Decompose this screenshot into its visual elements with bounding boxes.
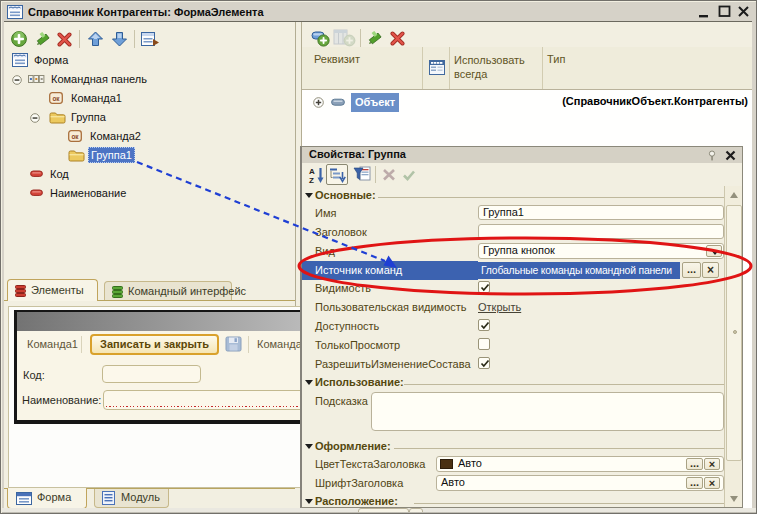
sort-az-icon[interactable]: A Z	[308, 166, 324, 184]
clear-button[interactable]: ×	[702, 262, 719, 278]
otkryt-link[interactable]: Открыть	[478, 301, 521, 313]
pin-icon[interactable]	[708, 150, 716, 161]
tab-label: Форма	[37, 491, 71, 503]
property-combo-vid[interactable]: Группа кнопок	[478, 243, 724, 259]
toolbar-separator	[375, 166, 376, 183]
checkbox-vidimost[interactable]	[478, 281, 490, 293]
category-rule	[378, 197, 724, 198]
categories-button-pressed[interactable]	[326, 164, 348, 185]
checkbox-dostupnost[interactable]	[478, 319, 490, 331]
combo-value: Группа кнопок	[483, 244, 555, 256]
tree-row-naimenovanie[interactable]: Наименование	[4, 184, 295, 203]
clear-x-icon: ×	[709, 458, 715, 470]
ellipsis-button[interactable]: ...	[682, 262, 701, 278]
ellipsis-button[interactable]: ...	[686, 458, 703, 470]
tree-row-komanda1[interactable]: ок Команда1	[4, 89, 295, 108]
add-icon[interactable]	[11, 31, 27, 47]
tree-row-gruppa[interactable]: Группа	[4, 108, 295, 127]
clear-button[interactable]: ×	[704, 458, 720, 470]
folder-icon	[49, 110, 66, 124]
category-raspolozhenie[interactable]: Расположение:	[302, 493, 724, 508]
category-ispolzovanie[interactable]: Использование:	[302, 374, 724, 392]
categories-icon	[329, 167, 346, 184]
property-label-imya: Имя	[315, 207, 336, 219]
attribute-name[interactable]: Объект	[351, 93, 399, 112]
svg-text:Z: Z	[309, 176, 314, 185]
preview-command1-button[interactable]: Команда1	[27, 338, 78, 350]
folder-icon	[68, 148, 85, 162]
delete-icon[interactable]	[390, 31, 405, 46]
scroll-down-icon[interactable]	[730, 496, 738, 502]
expand-icon[interactable]	[313, 97, 324, 108]
tab-forma[interactable]: Форма	[7, 488, 87, 509]
ellipsis-button[interactable]: ...	[686, 477, 703, 489]
preview-code-input[interactable]	[102, 365, 201, 383]
combo-dropdown-button[interactable]	[706, 245, 722, 257]
property-row-istochnik-selected[interactable]: Источник команд	[302, 261, 478, 280]
panel-splitter[interactable]	[295, 22, 296, 306]
property-input-shrift[interactable]: Авто ... ×	[436, 475, 724, 491]
tree-label: Группа	[71, 109, 106, 125]
close-icon[interactable]	[725, 150, 736, 161]
add-table-section-icon	[333, 29, 356, 47]
move-up-icon[interactable]	[87, 31, 104, 47]
tab-modul[interactable]: Модуль	[94, 488, 169, 508]
check-form-icon[interactable]	[141, 31, 160, 47]
tree-selected-item[interactable]: Группа1	[88, 147, 135, 163]
properties-palette: Свойства: Группа A Z	[300, 146, 743, 508]
category-label: Оформление:	[315, 440, 391, 452]
tab-label: Модуль	[121, 491, 160, 503]
tree-row-gruppa1[interactable]: Группа1	[4, 146, 295, 165]
scroll-thumb[interactable]	[726, 205, 742, 461]
apply-check-icon	[402, 169, 416, 181]
tree-row-forma[interactable]: Форма	[4, 51, 295, 70]
property-value-istochnik[interactable]: Глобальные команды командной панели	[478, 262, 680, 279]
edit-pencil-icon[interactable]	[35, 32, 50, 47]
move-down-icon[interactable]	[111, 31, 128, 47]
checkbox-tolkoprosmotr[interactable]	[478, 338, 490, 350]
column-header-tip[interactable]: Тип	[547, 53, 565, 65]
column-header-rekvizit[interactable]: Реквизит	[314, 53, 360, 65]
category-oformlenie[interactable]: Оформление:	[302, 438, 724, 456]
tree-row-komanda2[interactable]: ок Команда2	[4, 127, 295, 146]
column-divider[interactable]	[449, 47, 450, 89]
clear-button[interactable]: ×	[704, 477, 720, 489]
collapse-icon[interactable]	[12, 75, 22, 85]
close-icon	[739, 7, 748, 16]
preview-save-close-button[interactable]: Записать и закрыть	[90, 334, 219, 355]
chevron-down-icon	[711, 250, 719, 255]
collapse-triangle-icon	[305, 499, 313, 504]
properties-titlebar[interactable]: Свойства: Группа	[302, 147, 743, 163]
preview-command2-button[interactable]: Команда2	[257, 338, 302, 350]
property-input-zagolovok[interactable]	[478, 224, 724, 239]
edit-pencil-icon[interactable]	[367, 31, 382, 46]
attribute-gray-icon	[331, 98, 345, 107]
property-input-imya[interactable]: Группа1	[478, 205, 724, 220]
property-label-zagolovok: Заголовок	[315, 226, 367, 238]
property-color-tsvet[interactable]: Авто ... ×	[436, 456, 724, 472]
tree-row-kod[interactable]: Код	[4, 165, 295, 184]
tab-elementy[interactable]: Элементы	[7, 279, 98, 301]
properties-scrollbar[interactable]	[724, 186, 743, 508]
frame-right	[752, 21, 757, 510]
filter-icon[interactable]	[353, 165, 371, 184]
checkbox-razreshit[interactable]	[478, 357, 490, 369]
preview-name-input[interactable]	[103, 390, 302, 410]
add-attribute-icon[interactable]	[311, 30, 330, 47]
property-textarea-podskazka[interactable]	[371, 392, 724, 431]
collapse-icon[interactable]	[30, 113, 40, 123]
attribute-row-obekt[interactable]: Объект (СправочникОбъект.Контрагенты)	[302, 93, 752, 112]
category-osnovnye[interactable]: Основные:	[302, 187, 724, 205]
delete-icon[interactable]	[57, 32, 72, 47]
column-divider[interactable]	[542, 47, 543, 89]
tree-row-komandnaya-panel[interactable]: Командная панель	[4, 70, 295, 89]
clear-x-icon: ×	[709, 477, 715, 489]
category-label: Использование:	[315, 376, 404, 388]
scroll-up-icon[interactable]	[730, 192, 738, 198]
save-disk-icon[interactable]	[225, 336, 242, 352]
window-titlebar[interactable]: Справочник Контрагенты: ФормаЭлемента	[2, 2, 757, 21]
tab-komandny-interfeys[interactable]: Командный интерфейс	[104, 281, 232, 301]
column-divider[interactable]	[422, 47, 423, 89]
ok-button-icon: ок	[68, 130, 82, 142]
column-header-ispolzovat[interactable]: Использовать всегда	[454, 53, 540, 81]
